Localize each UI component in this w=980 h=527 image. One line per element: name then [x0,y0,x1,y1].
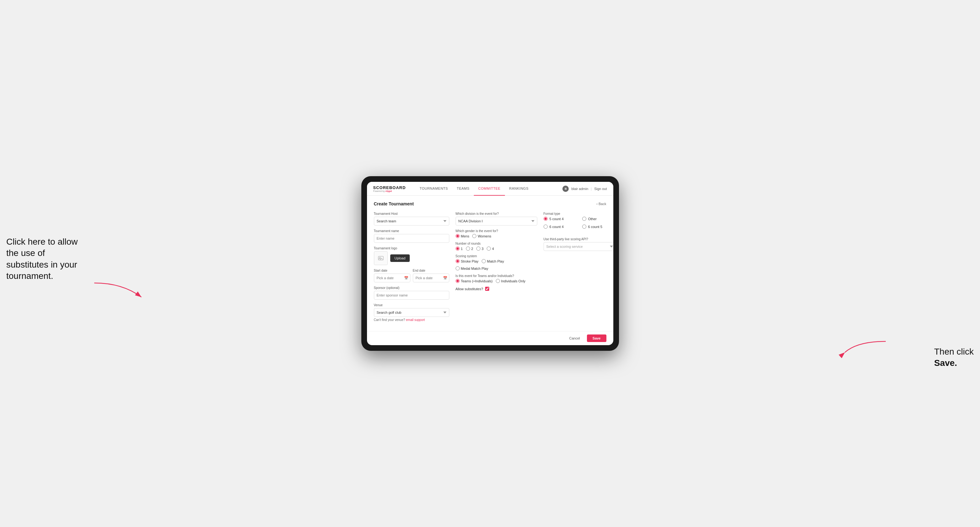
round-1-label: 1 [461,247,463,251]
start-date-label: Start date [374,269,410,272]
arrow-left [91,277,148,303]
format-group: Format type 5 count 4 Other [544,212,613,231]
form-left-column: Tournament Host Search team Tournament n… [374,212,449,325]
page-header: Create Tournament ‹ Back [374,201,606,206]
gender-label: Which gender is the event for? [456,229,537,233]
scoring-label: Scoring system [456,254,537,258]
round-3-radio[interactable] [476,246,480,251]
format-5count4-radio[interactable] [544,217,548,221]
back-button[interactable]: ‹ Back [597,202,606,206]
format-5count4-label: 5 count 4 [550,217,564,221]
scoring-medal-match[interactable]: Medal Match Play [456,266,488,270]
date-row: Start date 📅 End date 📅 [374,269,449,283]
format-other[interactable]: Other [582,217,613,221]
scoring-group: Scoring system Stroke Play Match Play [456,254,537,270]
page-title: Create Tournament [374,201,414,206]
scoring-match[interactable]: Match Play [482,259,504,263]
rounds-label: Number of rounds [456,242,537,245]
form-middle-column: Which division is the event for? NCAA Di… [456,212,537,325]
save-button[interactable]: Save [587,335,606,342]
format-6count4-radio[interactable] [544,225,548,229]
event-type-group: Is this event for Teams and/or Individua… [456,274,537,283]
nav-link-committee[interactable]: COMMITTEE [474,182,505,196]
tournament-host-select[interactable]: Search team [374,217,449,225]
upload-button[interactable]: Upload [390,254,410,262]
format-6count5[interactable]: 6 count 5 [582,225,613,229]
nav-user: B blair admin | Sign out [562,186,607,192]
logo-clippd: clippd [385,190,392,192]
scoring-stroke-label: Stroke Play [461,259,479,263]
annotation-right-text1: Then click [934,347,974,356]
event-type-teams[interactable]: Teams (+Individuals) [456,279,493,283]
round-4-radio[interactable] [487,246,491,251]
form-footer: Cancel Save [367,331,613,345]
division-select[interactable]: NCAA Division I [456,217,537,225]
gender-womens[interactable]: Womens [472,234,491,238]
gender-womens-label: Womens [477,234,491,238]
round-2-label: 2 [471,247,473,251]
end-date-label: End date [413,269,449,272]
calendar-icon-start: 📅 [404,276,409,280]
nav-logo: SCOREBOARD Powered by clippd [373,185,406,192]
allow-substitutes-label[interactable]: Allow substitutes? [456,287,537,291]
format-6count5-label: 6 count 5 [588,225,602,229]
round-4-label: 4 [492,247,494,251]
format-6count5-radio[interactable] [582,225,586,229]
allow-substitutes-checkbox[interactable] [485,287,489,291]
format-6count4[interactable]: 6 count 4 [544,225,577,229]
round-3[interactable]: 3 [476,246,484,251]
round-1[interactable]: 1 [456,246,463,251]
nav-link-teams[interactable]: TEAMS [452,182,474,196]
event-type-individuals-radio[interactable] [496,279,500,283]
division-group: Which division is the event for? NCAA Di… [456,212,537,225]
division-label: Which division is the event for? [456,212,537,216]
format-6count4-label: 6 count 4 [550,225,564,229]
sponsor-group: Sponsor (optional) [374,286,449,300]
event-type-teams-radio[interactable] [456,279,460,283]
round-4[interactable]: 4 [487,246,494,251]
tournament-name-label: Tournament name [374,229,449,233]
annotation-right: Then click Save. [934,346,974,369]
nav-link-rankings[interactable]: RANKINGS [505,182,533,196]
annotation-right-text2: Save. [934,358,957,368]
format-5count4[interactable]: 5 count 4 [544,217,577,221]
nav-link-tournaments[interactable]: TOURNAMENTS [415,182,452,196]
venue-select[interactable]: Search golf club [374,308,449,317]
gender-mens[interactable]: Mens [456,234,469,238]
allow-substitutes-group: Allow substitutes? [456,287,537,291]
round-3-label: 3 [482,247,484,251]
tournament-name-group: Tournament name [374,229,449,243]
event-type-radio-group: Teams (+Individuals) Individuals Only [456,279,537,283]
rounds-group: Number of rounds 1 2 [456,242,537,251]
tournament-name-input[interactable] [374,234,449,243]
scoring-stroke[interactable]: Stroke Play [456,259,479,263]
arrow-right [838,338,889,358]
scoring-medal-match-label: Medal Match Play [461,267,488,270]
gender-mens-radio[interactable] [456,234,460,238]
event-type-label: Is this event for Teams and/or Individua… [456,274,537,278]
form-columns: Tournament Host Search team Tournament n… [374,212,606,325]
event-type-individuals[interactable]: Individuals Only [496,279,526,283]
user-name: blair admin [571,187,588,190]
scoring-service-select[interactable]: Select a scoring service [544,242,613,251]
scoring-match-radio[interactable] [482,259,486,263]
scoring-stroke-radio[interactable] [456,259,460,263]
gender-womens-radio[interactable] [472,234,476,238]
scoring-radio-group: Stroke Play Match Play Medal Match Play [456,259,537,270]
gender-group: Which gender is the event for? Mens Wome… [456,229,537,238]
format-other-radio[interactable] [582,217,586,221]
sponsor-input[interactable] [374,291,449,300]
allow-substitutes-text: Allow substitutes? [456,287,483,291]
calendar-icon-end: 📅 [443,276,447,280]
cancel-button[interactable]: Cancel [566,335,584,342]
round-2[interactable]: 2 [466,246,473,251]
round-2-radio[interactable] [466,246,470,251]
tablet-screen: SCOREBOARD Powered by clippd TOURNAMENTS… [367,182,613,345]
logo-powered: Powered by clippd [373,190,406,192]
round-1-radio[interactable] [456,246,460,251]
venue-email-link[interactable]: email support [406,318,425,322]
end-date-group: End date 📅 [413,269,449,283]
scoring-medal-match-radio[interactable] [456,266,460,270]
content-area: Create Tournament ‹ Back Tournament Host… [367,196,613,331]
sign-out-link[interactable]: Sign out [594,187,607,190]
